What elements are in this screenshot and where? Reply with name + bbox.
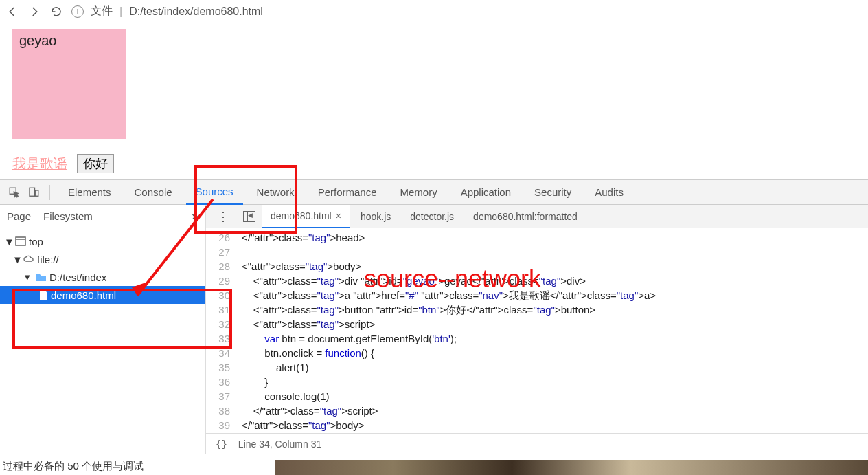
gutter: 2627282930313233343536373839	[206, 228, 236, 433]
reload-icon[interactable]	[49, 5, 63, 19]
tab-sources[interactable]: Sources	[186, 180, 243, 205]
url-divider: |	[119, 5, 122, 18]
nav-tab-filesystem[interactable]: Filesystem	[43, 210, 93, 222]
editor-status-bar: {} Line 34, Column 31	[206, 433, 868, 454]
tree-origin[interactable]: ▼file://	[0, 250, 205, 268]
tree-folder-label: D:/test/index	[49, 272, 106, 283]
frame-icon	[15, 236, 26, 246]
tab-application[interactable]: Application	[451, 180, 521, 205]
sources-navigator: Page Filesystem » ▼top ▼file:// ▾D:/test…	[0, 205, 206, 454]
nav-tab-more[interactable]: »	[192, 209, 198, 223]
tree-origin-label: file://	[37, 254, 59, 265]
file-tab-formatted[interactable]: demo680.html:formatted	[465, 205, 586, 228]
tab-audits[interactable]: Audits	[585, 180, 633, 205]
svg-rect-2	[35, 190, 38, 196]
tab-elements[interactable]: Elements	[58, 180, 121, 205]
code-lines[interactable]: </"attr">class="tag">head><"attr">class=…	[236, 228, 868, 433]
kebab-icon[interactable]: ⋮	[210, 209, 236, 224]
file-tab-hook[interactable]: hook.js	[352, 205, 399, 228]
info-icon[interactable]: i	[71, 5, 84, 18]
file-tab-label: hook.js	[361, 211, 391, 222]
file-tab-demo680[interactable]: demo680.html×	[262, 205, 350, 228]
svg-rect-1	[30, 188, 35, 196]
page-viewport: geyao 我是歌谣 你好	[0, 23, 868, 179]
tab-memory[interactable]: Memory	[391, 180, 447, 205]
tree-file-label: demo680.html	[51, 289, 116, 301]
tree-top[interactable]: ▼top	[0, 232, 205, 250]
tab-performance[interactable]: Performance	[308, 180, 387, 205]
browser-address-bar: i 文件 | D:/test/index/demo680.html	[0, 0, 868, 23]
navigator-tabs: Page Filesystem »	[0, 205, 205, 228]
file-tab-label: demo680.html:formatted	[473, 211, 578, 222]
sources-editor: ⋮ demo680.html× hook.js detector.js demo…	[206, 205, 868, 454]
url-field[interactable]: i 文件 | D:/test/index/demo680.html	[71, 4, 863, 19]
file-tab-label: demo680.html	[271, 210, 332, 221]
footer-text: 过程中必备的 50 个使用与调试	[0, 460, 146, 475]
code-editor[interactable]: 2627282930313233343536373839 </"attr">cl…	[206, 228, 868, 433]
toggle-navigator-icon[interactable]	[243, 211, 255, 222]
cursor-position: Line 34, Column 31	[238, 439, 321, 450]
device-icon[interactable]	[26, 185, 41, 200]
back-icon[interactable]	[5, 5, 19, 19]
file-icon	[38, 289, 48, 300]
tree-file-selected[interactable]: demo680.html	[0, 286, 205, 304]
file-tabs: ⋮ demo680.html× hook.js detector.js demo…	[206, 205, 868, 228]
devtools-tabs: Elements Console Sources Network Perform…	[0, 180, 868, 205]
geyao-box: geyao	[12, 29, 126, 139]
file-tree: ▼top ▼file:// ▾D:/test/index demo680.htm…	[0, 228, 205, 308]
file-label: 文件	[91, 4, 113, 19]
tab-network[interactable]: Network	[247, 180, 304, 205]
forward-icon[interactable]	[27, 5, 41, 19]
geyao-text: geyao	[19, 33, 57, 48]
tab-security[interactable]: Security	[525, 180, 581, 205]
page-links-row: 我是歌谣 你好	[12, 154, 856, 173]
file-tab-detector[interactable]: detector.js	[402, 205, 462, 228]
cloud-icon	[23, 254, 34, 264]
nav-link[interactable]: 我是歌谣	[12, 155, 67, 173]
nav-tab-page[interactable]: Page	[7, 210, 31, 222]
tab-console[interactable]: Console	[125, 180, 182, 205]
hello-button[interactable]: 你好	[77, 154, 114, 173]
close-icon[interactable]: ×	[336, 210, 341, 221]
svg-rect-3	[16, 237, 25, 245]
inspect-icon[interactable]	[7, 185, 22, 200]
url-text: D:/test/index/demo680.html	[129, 5, 263, 18]
tab-divider	[49, 185, 50, 200]
devtools-body: Page Filesystem » ▼top ▼file:// ▾D:/test…	[0, 205, 868, 454]
footer-thumbnails	[275, 460, 868, 475]
folder-icon	[36, 272, 47, 282]
devtools-panel: Elements Console Sources Network Perform…	[0, 179, 868, 454]
tree-folder[interactable]: ▾D:/test/index	[0, 268, 205, 286]
file-tab-label: detector.js	[410, 211, 454, 222]
tree-top-label: top	[29, 236, 43, 247]
pretty-print-icon[interactable]: {}	[216, 439, 227, 450]
